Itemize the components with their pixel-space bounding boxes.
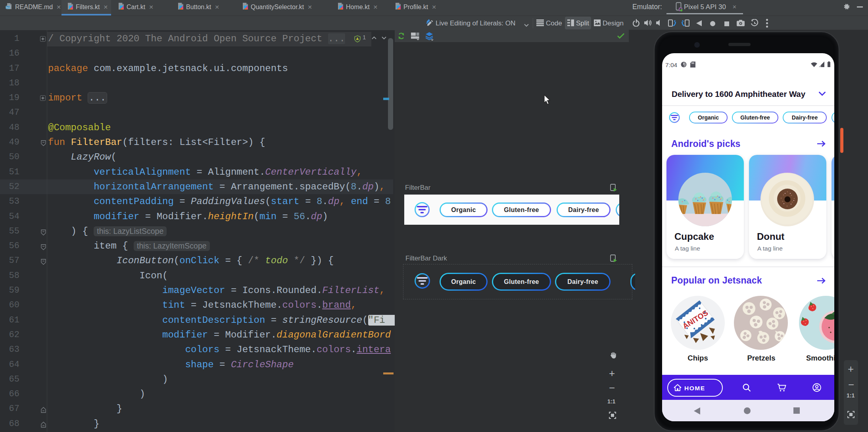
svg-text:MD: MD xyxy=(6,6,10,9)
